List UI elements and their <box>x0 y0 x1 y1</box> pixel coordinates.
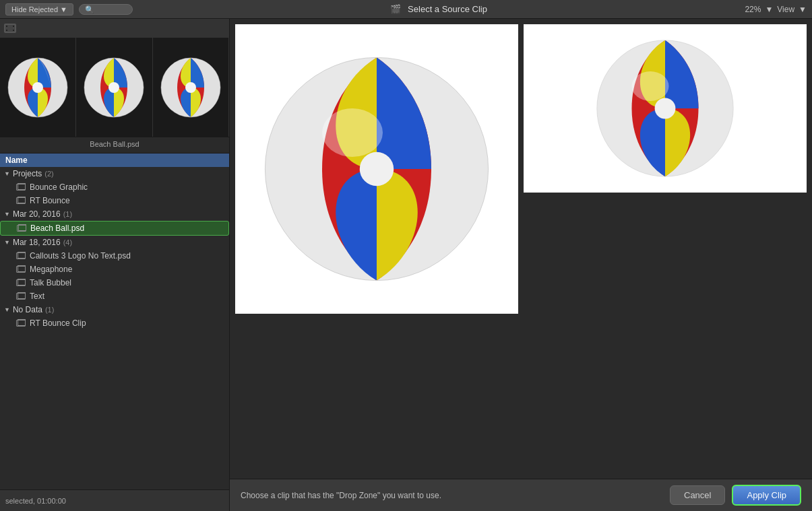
svg-point-28 <box>655 98 676 119</box>
main-preview <box>235 24 518 314</box>
svg-point-20 <box>322 108 383 157</box>
item-label: RT Bounce <box>30 196 70 205</box>
list-item-megaphone[interactable]: Megaphone <box>0 263 229 276</box>
layers-icon <box>16 279 26 286</box>
list-item-rt-bounce-clip[interactable]: RT Bounce Clip <box>0 316 229 330</box>
chevron-icon: ▼ <box>4 170 10 177</box>
svg-point-12 <box>108 82 119 93</box>
right-area: Choose a clip that has the "Drop Zone" y… <box>230 19 812 511</box>
name-header: Name <box>0 154 229 167</box>
layers-icon <box>16 252 26 259</box>
layers-icon <box>16 293 26 300</box>
list-item-talk-bubbel[interactable]: Talk Bubbel <box>0 276 229 289</box>
layers-icon <box>16 266 26 273</box>
group-count-nodata: (1) <box>45 306 54 314</box>
group-header-mar20[interactable]: ▼ Mar 20, 2016 (1) <box>0 207 229 221</box>
tree-list[interactable]: ▼ Projects (2) Bounce Graphic RT Bounce … <box>0 167 229 489</box>
group-label-nodata: No Data <box>13 305 42 314</box>
left-panel: Beach Ball.psd Name ▼ Projects (2) Bounc… <box>0 19 230 511</box>
group-count-projects: (2) <box>44 170 53 178</box>
filmstrip-img-1[interactable] <box>0 38 76 137</box>
list-item-rt-bounce[interactable]: RT Bounce <box>0 194 229 207</box>
group-label-mar18: Mar 18, 2016 <box>13 238 61 247</box>
item-label: Talk Bubbel <box>30 278 71 287</box>
chevron-icon: ▼ <box>4 306 10 313</box>
zoom-label: 22% <box>745 5 761 14</box>
hide-rejected-button[interactable]: Hide Rejected ▼ <box>5 3 73 15</box>
item-label: Beach Ball.psd <box>30 224 84 233</box>
top-bar: Hide Rejected ▼ 🎬 Select a Source Clip 2… <box>0 0 812 19</box>
status-text: selected, 01:00:00 <box>5 497 66 505</box>
film-icon <box>4 24 16 33</box>
svg-point-16 <box>185 82 196 93</box>
svg-rect-2 <box>13 26 14 27</box>
list-item-beach-ball[interactable]: Beach Ball.psd <box>0 221 229 236</box>
svg-point-8 <box>32 82 43 93</box>
layers-icon <box>16 184 26 191</box>
svg-point-26 <box>632 71 669 101</box>
apply-clip-button[interactable]: Apply Clip <box>732 485 801 506</box>
cancel-button[interactable]: Cancel <box>670 485 725 505</box>
main-layout: Beach Ball.psd Name ▼ Projects (2) Bounc… <box>0 19 812 511</box>
bottom-bar-buttons: Cancel Apply Clip <box>670 485 801 506</box>
item-label: Bounce Graphic <box>30 182 88 192</box>
zoom-arrow: ▼ <box>765 5 773 14</box>
top-bar-right: 22% ▼ View ▼ <box>745 5 807 14</box>
search-input[interactable] <box>79 4 133 15</box>
item-label: Megaphone <box>30 265 72 274</box>
view-arrow: ▼ <box>799 5 807 14</box>
chevron-icon: ▼ <box>4 211 10 217</box>
chevron-icon: ▼ <box>4 239 10 246</box>
group-label-mar20: Mar 20, 2016 <box>13 209 61 219</box>
film-icon: 🎬 <box>390 4 401 14</box>
preview-right-col <box>524 24 807 473</box>
instruction-text: Choose a clip that has the "Drop Zone" y… <box>241 491 441 500</box>
group-header-nodata[interactable]: ▼ No Data (1) <box>0 303 229 316</box>
list-item-bounce-graphic[interactable]: Bounce Graphic <box>0 180 229 194</box>
group-header-projects[interactable]: ▼ Projects (2) <box>0 167 229 180</box>
item-label: RT Bounce Clip <box>30 318 86 328</box>
group-label-projects: Projects <box>13 169 42 178</box>
filmstrip-area: Beach Ball.psd <box>0 19 229 154</box>
svg-rect-1 <box>6 26 7 27</box>
filmstrip-img-2[interactable] <box>76 38 152 137</box>
top-bar-left: Hide Rejected ▼ <box>5 3 133 15</box>
hide-rejected-arrow: ▼ <box>60 5 67 13</box>
filmstrip-images <box>0 38 229 137</box>
filmstrip-top <box>0 19 229 38</box>
filmstrip-label: Beach Ball.psd <box>0 137 229 153</box>
svg-rect-4 <box>13 30 14 31</box>
list-item-text[interactable]: Text <box>0 289 229 303</box>
group-count-mar20: (1) <box>63 210 72 218</box>
view-label: View <box>777 5 794 14</box>
list-item-callouts[interactable]: Callouts 3 Logo No Text.psd <box>0 249 229 263</box>
bottom-bar: Choose a clip that has the "Drop Zone" y… <box>230 479 812 511</box>
item-label: Callouts 3 Logo No Text.psd <box>30 251 131 261</box>
hide-rejected-label: Hide Rejected <box>11 5 58 13</box>
group-count-mar18: (4) <box>63 238 72 246</box>
status-bar: selected, 01:00:00 <box>0 489 229 511</box>
group-header-mar18[interactable]: ▼ Mar 18, 2016 (4) <box>0 236 229 249</box>
layers-icon <box>16 320 26 327</box>
svg-point-22 <box>360 152 394 186</box>
secondary-preview <box>524 24 807 193</box>
layers-icon <box>17 225 26 232</box>
filmstrip-img-3[interactable] <box>153 38 229 137</box>
layers-icon <box>16 197 26 204</box>
preview-area <box>230 19 812 479</box>
item-label: Text <box>30 292 44 301</box>
svg-rect-3 <box>6 30 7 31</box>
top-bar-title: 🎬 Select a Source Clip <box>133 4 745 14</box>
